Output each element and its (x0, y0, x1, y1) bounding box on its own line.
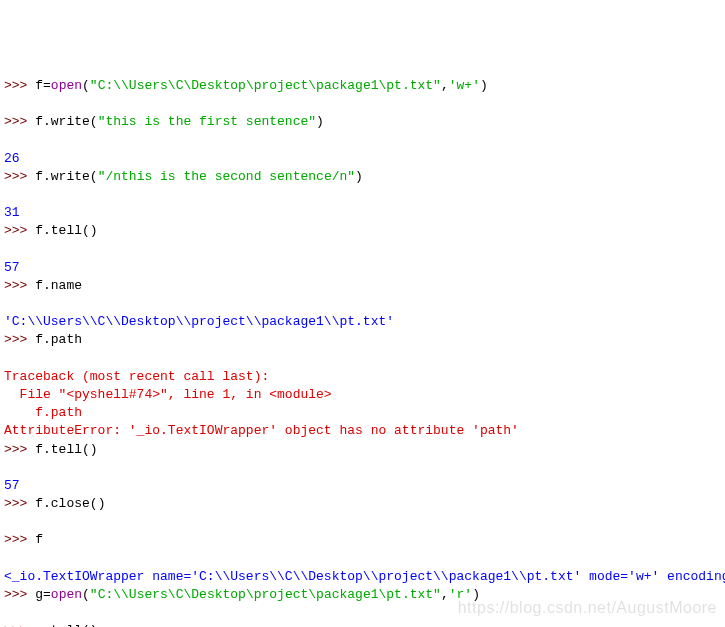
code-token: f.close() (35, 496, 105, 511)
code-token: , (441, 78, 449, 93)
code-token: "/nthis is the second sentence/n" (98, 169, 355, 184)
code-token: "C:\\Users\C\Desktop\project\package1\pt… (90, 78, 441, 93)
code-token: f.write( (35, 169, 97, 184)
prompt: >>> (4, 442, 35, 457)
error-line: AttributeError: '_io.TextIOWrapper' obje… (4, 423, 519, 438)
prompt: >>> (4, 169, 35, 184)
code-token: 'r' (449, 587, 472, 602)
output-line: <_io.TextIOWrapper name='C:\\Users\\C\\D… (4, 569, 725, 584)
output-line: 'C:\\Users\\C\\Desktop\\project\\package… (4, 314, 394, 329)
prompt: >>> (4, 623, 35, 627)
output-line: 31 (4, 205, 20, 220)
code-token: g.tell() (35, 623, 97, 627)
code-token: open (51, 587, 82, 602)
output-line: 57 (4, 260, 20, 275)
error-line: f.path (4, 405, 82, 420)
code-token: g= (35, 587, 51, 602)
prompt: >>> (4, 587, 35, 602)
code-token: f.tell() (35, 223, 97, 238)
code-token: ( (82, 78, 90, 93)
error-line: Traceback (most recent call last): (4, 369, 269, 384)
prompt: >>> (4, 78, 35, 93)
code-token: f.tell() (35, 442, 97, 457)
code-token: f= (35, 78, 51, 93)
code-token: f.path (35, 332, 82, 347)
code-token: ) (472, 587, 480, 602)
code-token: f.write( (35, 114, 97, 129)
code-token: "C:\\Users\C\Desktop\project\package1\pt… (90, 587, 441, 602)
python-shell-output: >>> f=open("C:\\Users\C\Desktop\project\… (4, 77, 721, 627)
prompt: >>> (4, 532, 35, 547)
prompt: >>> (4, 278, 35, 293)
code-token: ) (480, 78, 488, 93)
code-token: ) (316, 114, 324, 129)
prompt: >>> (4, 332, 35, 347)
output-line: 57 (4, 478, 20, 493)
code-token: f (35, 532, 43, 547)
output-line: 26 (4, 151, 20, 166)
code-token: ( (82, 587, 90, 602)
prompt: >>> (4, 114, 35, 129)
code-token: 'w+' (449, 78, 480, 93)
prompt: >>> (4, 496, 35, 511)
code-token: f.name (35, 278, 82, 293)
code-token: "this is the first sentence" (98, 114, 316, 129)
error-line: File "<pyshell#74>", line 1, in <module> (4, 387, 332, 402)
code-token: , (441, 587, 449, 602)
code-token: open (51, 78, 82, 93)
prompt: >>> (4, 223, 35, 238)
code-token: ) (355, 169, 363, 184)
